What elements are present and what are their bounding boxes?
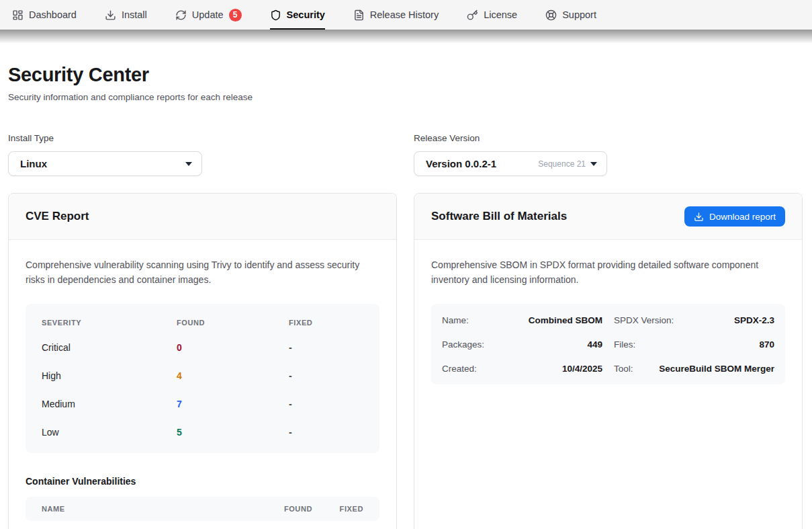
severity-table: SEVERITY FOUND FIXED Critical 0 - High 4… (26, 304, 379, 453)
tab-label: Update (192, 9, 224, 20)
tab-license[interactable]: License (467, 0, 517, 30)
tab-label: License (484, 9, 517, 20)
sbom-created-value: 10/4/2025 (562, 364, 602, 374)
severity-row-found: 7 (177, 390, 289, 418)
nav-scroll-shadow (0, 30, 812, 44)
severity-col-header: SEVERITY (42, 315, 177, 333)
tab-label: Install (122, 9, 147, 20)
cve-card-title: CVE Report (26, 210, 89, 223)
sbom-info-row: Name: Combined SBOM SPDX Version: SPDX-2… (442, 308, 774, 332)
sbom-name-label: Name: (442, 315, 469, 325)
found-col-header: FOUND (177, 315, 289, 333)
install-type-label: Install Type (8, 133, 397, 143)
tab-install[interactable]: Install (105, 0, 147, 30)
page-title: Security Center (8, 64, 803, 86)
tab-label: Security (287, 9, 325, 20)
severity-row-found: 4 (177, 362, 289, 390)
severity-row-found: 0 (177, 333, 289, 362)
sbom-info-row: Packages: 449 Files: 870 (442, 332, 774, 356)
sbom-files-value: 870 (759, 339, 774, 350)
page-subtitle: Security information and compliance repo… (8, 92, 803, 102)
download-report-label: Download report (709, 212, 776, 222)
install-type-value: Linux (20, 158, 185, 169)
report-cards: CVE Report Comprehensive vulnerability s… (8, 193, 803, 529)
sbom-card-header: Software Bill of Materials Download repo… (414, 194, 802, 240)
severity-row-fixed: - (289, 418, 363, 446)
container-vulnerabilities-title: Container Vulnerabilities (26, 476, 379, 487)
severity-row-fixed: - (289, 390, 363, 418)
tab-security[interactable]: Security (270, 0, 325, 30)
fixed-col-header: FIXED (289, 315, 363, 333)
tab-release-history[interactable]: Release History (353, 0, 439, 30)
cve-description: Comprehensive vulnerability scanning usi… (26, 258, 379, 287)
release-version-select[interactable]: Version 0.0.2-1 Sequence 21 (414, 151, 607, 176)
install-type-select[interactable]: Linux (8, 151, 202, 176)
severity-row-label: Medium (42, 390, 177, 418)
severity-row-found: 5 (177, 418, 289, 446)
caret-down-icon (185, 162, 192, 166)
severity-row-fixed: - (289, 362, 363, 390)
severity-row-label: Low (42, 418, 177, 446)
download-icon (694, 212, 704, 222)
sbom-packages-label: Packages: (442, 339, 484, 350)
sbom-info-panel: Name: Combined SBOM SPDX Version: SPDX-2… (431, 304, 785, 384)
severity-row-fixed: - (289, 333, 363, 362)
found-col-header: FOUND (265, 505, 312, 513)
sbom-packages-value: 449 (587, 339, 602, 350)
release-version-label: Release Version (414, 133, 803, 143)
severity-row-label: Critical (42, 333, 177, 362)
sbom-card-title: Software Bill of Materials (431, 210, 567, 223)
container-vulns-table-header: NAME FOUND FIXED (26, 497, 379, 521)
sbom-info-row: Created: 10/4/2025 Tool: SecureBuild SBO… (442, 356, 774, 380)
tab-label: Dashboard (29, 9, 77, 20)
sbom-spdx-version-value: SPDX-2.3 (734, 315, 774, 325)
tab-dashboard[interactable]: Dashboard (12, 0, 77, 30)
tab-update[interactable]: Update 5 (175, 0, 242, 30)
top-nav: Dashboard Install Update 5 Security Rele… (0, 0, 812, 30)
sbom-spdx-version-label: SPDX Version: (614, 315, 674, 325)
sbom-description: Comprehensive SBOM in SPDX format provid… (431, 258, 785, 287)
cve-card-header: CVE Report (9, 194, 396, 240)
tab-label: Support (562, 9, 596, 20)
name-col-header: NAME (42, 505, 252, 513)
dashboard-icon (12, 9, 24, 21)
cve-report-card: CVE Report Comprehensive vulnerability s… (8, 193, 397, 529)
main-content: Security Center Security information and… (0, 44, 812, 529)
sbom-files-label: Files: (614, 339, 635, 350)
document-icon (353, 9, 365, 21)
caret-down-icon (590, 162, 597, 166)
key-icon (467, 9, 478, 21)
shield-icon (270, 9, 281, 21)
update-count-badge: 5 (229, 9, 242, 22)
life-buoy-icon (545, 9, 557, 21)
sbom-created-label: Created: (442, 364, 477, 374)
tab-support[interactable]: Support (545, 0, 596, 30)
fixed-col-header: FIXED (326, 505, 363, 513)
severity-row-label: High (42, 362, 177, 390)
sbom-name-value: Combined SBOM (529, 315, 602, 325)
release-version-value: Version 0.0.2-1 (426, 158, 538, 169)
filters-row: Install Type Linux Release Version Versi… (8, 133, 803, 176)
sbom-tool-label: Tool: (614, 364, 633, 374)
download-icon (105, 9, 116, 21)
sbom-card: Software Bill of Materials Download repo… (414, 193, 803, 529)
tab-label: Release History (370, 9, 439, 20)
release-sequence-label: Sequence 21 (538, 159, 586, 169)
sbom-tool-value: SecureBuild SBOM Merger (659, 364, 774, 374)
download-report-button[interactable]: Download report (684, 206, 785, 227)
refresh-icon (175, 9, 187, 21)
